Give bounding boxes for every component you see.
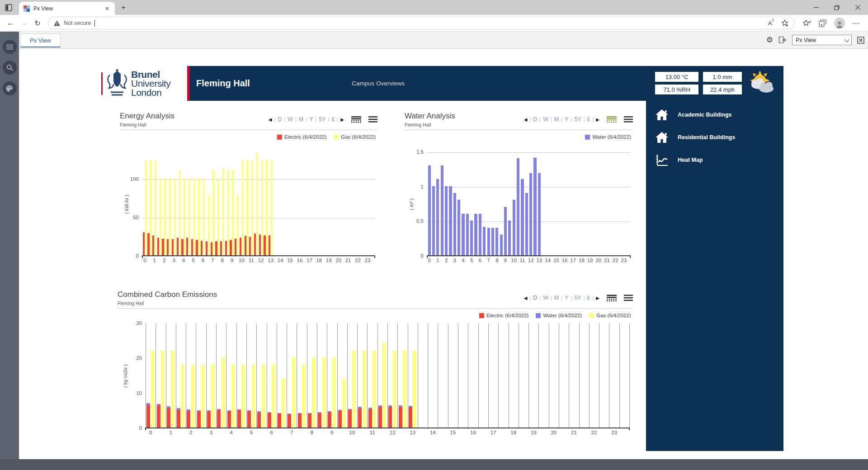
address-bar: ← → ↻ Not secure A)) ⋯ [0, 15, 868, 32]
interval-button-w[interactable]: W [543, 295, 548, 301]
forward-button[interactable]: → [17, 16, 31, 30]
bar [211, 365, 215, 428]
settings-gear-icon[interactable]: ⚙ [766, 36, 773, 44]
page-tab-px-view[interactable]: Px View [20, 33, 61, 47]
table-view-icon[interactable] [607, 295, 617, 301]
minimize-button[interactable] [806, 0, 826, 15]
restore-button[interactable] [826, 0, 847, 15]
bar [483, 227, 486, 255]
bar [495, 228, 498, 255]
interval-button-m[interactable]: M [554, 295, 559, 301]
bar [174, 179, 176, 255]
chart-menu-icon[interactable] [624, 116, 633, 122]
gridline [408, 324, 408, 428]
interval-button-d[interactable]: D [533, 295, 537, 301]
bar [298, 414, 302, 428]
sidebar-item-heat-map[interactable]: Heat Map [654, 151, 779, 169]
interval-button-m[interactable]: M [299, 116, 303, 122]
rail-menu-icon[interactable] [3, 40, 17, 54]
campus-overviews-link[interactable]: Campus Overviews [352, 80, 405, 87]
gridline [307, 324, 307, 428]
bar [242, 160, 244, 255]
bar [256, 153, 258, 255]
axis-end-tick [630, 255, 631, 258]
legend-label: Electric (6/4/2022) [486, 313, 528, 318]
interval-button-5y[interactable]: 5Y [574, 116, 581, 122]
interval-button-£[interactable]: £ [331, 116, 335, 122]
add-favorite-icon[interactable] [781, 19, 789, 27]
close-window-button[interactable] [847, 0, 868, 15]
back-button[interactable]: ← [4, 16, 17, 30]
next-interval-button[interactable]: ▶ [340, 117, 344, 122]
bar [288, 414, 291, 428]
browser-tab[interactable]: Px View ✕ [19, 2, 115, 15]
interval-button-y[interactable]: Y [565, 116, 568, 122]
favorites-bar-icon[interactable] [803, 19, 811, 27]
gridline [297, 324, 297, 428]
left-rail [0, 32, 19, 459]
rail-search-icon[interactable] [3, 61, 17, 75]
sidebar-item-residential-buildings[interactable]: Residential Buildings [654, 128, 779, 146]
bar [254, 234, 256, 255]
bar [521, 179, 524, 255]
interval-button-5y[interactable]: 5Y [319, 116, 326, 122]
export-page-icon[interactable] [778, 36, 787, 44]
bar [458, 200, 460, 255]
tab-actions-icon[interactable] [0, 0, 17, 15]
sidebar-nav: Academic Buildings Residential Buildings… [654, 106, 779, 174]
bar [428, 165, 431, 255]
chart-menu-icon[interactable] [624, 295, 633, 301]
x-axis-label: 16 [297, 258, 303, 263]
next-interval-button[interactable]: ▶ [596, 296, 599, 301]
browser-menu-icon[interactable]: ⋯ [852, 19, 860, 28]
interval-button-5y[interactable]: 5Y [574, 295, 581, 301]
prev-interval-button[interactable]: ◀ [269, 117, 272, 122]
new-tab-button[interactable]: + [118, 2, 129, 14]
prev-interval-button[interactable]: ◀ [524, 117, 528, 122]
interval-button-m[interactable]: M [554, 116, 559, 122]
x-axis-label: 15 [287, 258, 293, 263]
interval-button-y[interactable]: Y [309, 116, 313, 122]
bar [271, 160, 273, 255]
bar [157, 238, 159, 255]
gridline [559, 324, 559, 428]
bar [237, 195, 239, 255]
bar [247, 411, 251, 428]
view-select-dropdown[interactable]: Px View [792, 35, 852, 45]
sidebar-item-academic-buildings[interactable]: Academic Buildings [654, 106, 779, 124]
chart-menu-icon[interactable] [368, 116, 377, 122]
interval-button-d[interactable]: D [278, 116, 282, 122]
reload-button[interactable]: ↻ [31, 16, 44, 30]
collections-icon[interactable] [819, 19, 827, 27]
table-view-icon[interactable] [351, 116, 361, 123]
interval-separator: | [295, 117, 297, 122]
x-axis-label: 14 [278, 258, 283, 263]
bar [308, 413, 311, 414]
read-aloud-icon[interactable]: A)) [768, 20, 774, 27]
bar [282, 379, 285, 428]
bar [399, 405, 402, 407]
url-field[interactable]: Not secure A)) [48, 17, 795, 29]
bar [212, 170, 214, 255]
interval-button-£[interactable]: £ [587, 116, 590, 122]
profile-avatar[interactable] [834, 18, 845, 28]
bar [237, 410, 241, 428]
interval-button-d[interactable]: D [533, 116, 537, 122]
interval-button-y[interactable]: Y [565, 295, 568, 301]
close-tab-icon[interactable]: ✕ [104, 5, 110, 12]
table-view-icon[interactable] [607, 116, 617, 123]
rail-theme-palette-icon[interactable] [3, 81, 17, 95]
precipitation-readout: 1.0 mm [703, 72, 742, 82]
x-axis-label: 4 [182, 258, 185, 263]
axis-end-tick [427, 255, 428, 258]
interval-button-w[interactable]: W [288, 116, 293, 122]
next-interval-button[interactable]: ▶ [596, 117, 599, 122]
interval-button-£[interactable]: £ [587, 295, 590, 301]
x-axis-label: 12 [258, 258, 264, 263]
interval-button-w[interactable]: W [543, 116, 548, 122]
x-axis-label: 7 [211, 258, 214, 263]
prev-interval-button[interactable]: ◀ [524, 296, 528, 301]
close-view-icon[interactable] [857, 37, 864, 44]
bar [504, 207, 507, 255]
bottom-bar [0, 459, 868, 470]
